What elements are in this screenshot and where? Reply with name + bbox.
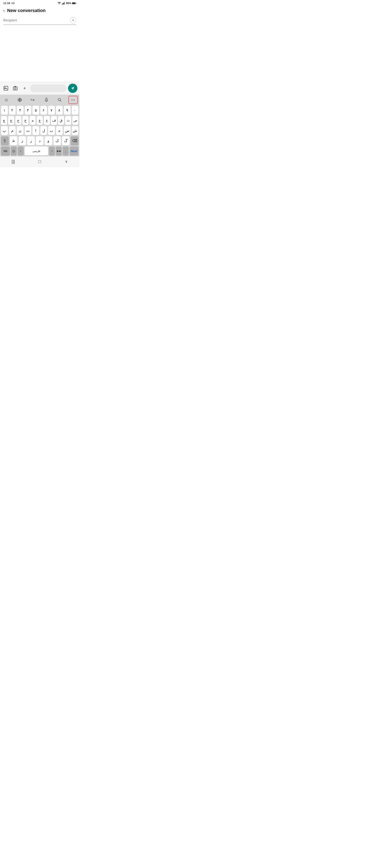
key-gaf[interactable]: گ — [62, 136, 69, 145]
svg-point-11 — [15, 88, 16, 89]
key-dal[interactable]: د — [36, 136, 44, 145]
key-re[interactable]: ر — [27, 136, 35, 145]
next-key[interactable]: Next — [69, 147, 78, 155]
mic-toolbar-button[interactable] — [42, 96, 51, 104]
emoji-key[interactable]: ☺ — [11, 147, 17, 155]
signal-icon — [62, 2, 65, 5]
key-te[interactable]: ت — [25, 126, 32, 135]
message-content-area — [0, 25, 79, 82]
key-vav[interactable]: و — [45, 136, 52, 145]
key-5[interactable]: ۵ — [32, 106, 39, 115]
key-lam[interactable]: ل — [40, 126, 47, 135]
home-icon: □ — [38, 159, 41, 164]
svg-point-17 — [58, 98, 61, 101]
settings-toolbar-button[interactable] — [15, 96, 24, 104]
home-nav-button[interactable]: □ — [35, 158, 45, 164]
status-icons: 86% — [57, 2, 76, 5]
send-icon — [71, 86, 75, 91]
key-he[interactable]: ح — [15, 116, 21, 125]
recents-nav-button[interactable]: ||| — [8, 158, 18, 164]
back-button[interactable]: ‹ — [3, 8, 5, 13]
wifi-icon — [57, 2, 61, 5]
keyboard-row-1: چ ج ح خ ه ع غ ف ق ث ص — [0, 115, 79, 125]
gallery-button[interactable] — [2, 85, 10, 92]
svg-rect-4 — [64, 2, 64, 4]
key-ze[interactable]: ز — [19, 136, 26, 145]
message-input[interactable] — [30, 85, 66, 92]
plus-icon: + — [72, 18, 74, 23]
attach-button[interactable]: + — [21, 85, 29, 92]
keyboard: ۱ ۲ ۳ ۴ ۵ ۶ ۷ ۸ ۹ ۰ چ ج ح خ ه ع غ ف ق ث … — [0, 105, 79, 156]
header: ‹ New conversation — [0, 5, 79, 15]
key-3[interactable]: ۳ — [17, 106, 24, 115]
svg-text:A: A — [31, 98, 32, 101]
svg-rect-6 — [76, 3, 76, 3]
key-8[interactable]: ۸ — [56, 106, 63, 115]
key-khe[interactable]: خ — [22, 116, 29, 125]
back-nav-button[interactable]: ∨ — [61, 158, 71, 164]
key-ye[interactable]: ی — [56, 126, 63, 135]
svg-point-9 — [5, 87, 5, 88]
key-4[interactable]: ۴ — [25, 106, 32, 115]
camera-icon — [13, 86, 18, 91]
key-alef[interactable]: ا — [32, 126, 39, 135]
left-arrow-key[interactable]: ‹ — [18, 147, 24, 155]
shift-key[interactable]: ⇧ — [1, 136, 9, 145]
add-recipient-button[interactable]: + — [70, 17, 76, 23]
recipient-row: + — [3, 17, 76, 25]
key-che[interactable]: چ — [1, 116, 7, 125]
battery-percent: 86% — [66, 2, 71, 5]
key-7[interactable]: ۷ — [48, 106, 55, 115]
key-6[interactable]: ۶ — [40, 106, 47, 115]
dot-key[interactable]: . — [63, 147, 68, 155]
key-je[interactable]: ج — [8, 116, 14, 125]
emoji-toolbar-icon: ☺ — [4, 97, 8, 102]
keyboard-icon: ⌨ — [11, 2, 15, 5]
gallery-icon — [3, 86, 8, 91]
right-arrow-key[interactable]: › — [49, 147, 55, 155]
key-2[interactable]: ۲ — [9, 106, 16, 115]
translate-icon: A あ — [30, 98, 36, 102]
key-9[interactable]: ۹ — [64, 106, 71, 115]
key-kaf[interactable]: ک — [53, 136, 61, 145]
key-be[interactable]: ب — [48, 126, 55, 135]
recents-icon: ||| — [11, 159, 15, 164]
key-sin[interactable]: س — [64, 126, 71, 135]
translate-toolbar-button[interactable]: A あ — [28, 96, 38, 104]
key-ha[interactable]: ه — [30, 116, 36, 125]
more-icon: ··· — [71, 98, 75, 102]
emoji-toolbar-button[interactable]: ☺ — [2, 96, 11, 104]
recipient-input[interactable] — [3, 19, 70, 22]
svg-rect-2 — [63, 3, 63, 4]
battery-icon — [72, 2, 76, 4]
key-ghain[interactable]: غ — [44, 116, 50, 125]
message-toolbar: + — [0, 82, 79, 95]
space-key[interactable]: فارسی — [25, 147, 48, 155]
key-mim[interactable]: م — [9, 126, 16, 135]
send-button[interactable] — [68, 84, 77, 93]
page-title: New conversation — [7, 8, 46, 13]
camera-button[interactable] — [11, 85, 19, 92]
more-toolbar-button[interactable]: ··· — [68, 96, 78, 104]
key-sad[interactable]: ص — [72, 116, 78, 125]
key-qaf[interactable]: ق — [58, 116, 64, 125]
key-1[interactable]: ۱ — [1, 106, 8, 115]
search-toolbar-button[interactable] — [55, 96, 64, 104]
key-nun[interactable]: ن — [17, 126, 24, 135]
key-ain[interactable]: ع — [37, 116, 43, 125]
mic-icon — [45, 98, 49, 102]
key-se[interactable]: ث — [65, 116, 71, 125]
cursor-arrows-key[interactable]: ◄► — [56, 147, 62, 155]
key-ta[interactable]: ط — [10, 136, 18, 145]
key-shin[interactable]: ش — [72, 126, 79, 135]
delete-key[interactable]: ⌫ — [71, 136, 78, 145]
status-time: 11:19 — [3, 2, 10, 5]
key-0[interactable]: ۰ — [72, 106, 79, 115]
svg-rect-1 — [62, 3, 62, 4]
key-pe[interactable]: پ — [1, 126, 8, 135]
key-fa[interactable]: ف — [51, 116, 57, 125]
svg-point-0 — [59, 4, 59, 4]
sym-key[interactable]: !#1 — [1, 147, 10, 155]
svg-rect-10 — [13, 87, 17, 90]
status-bar: 11:19 ⌨ 86% — [0, 0, 79, 5]
